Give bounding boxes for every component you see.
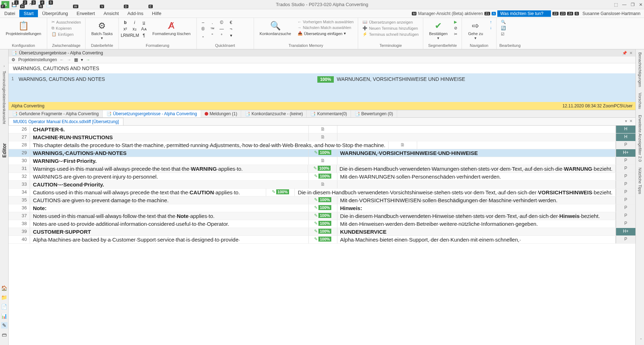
terminology-panel-tab[interactable]: Terminologiedatenbankansicht <box>2 68 6 127</box>
segment-source[interactable]: Notes·are·used·to·provide·additional·inf… <box>30 220 309 228</box>
nav-back-icon[interactable]: ← <box>60 57 64 62</box>
projects-icon[interactable]: 📁 <box>1 294 8 301</box>
segment-source[interactable]: Alpha·Machines·are·backed·by·a·Customer·… <box>30 236 309 243</box>
tm-settings-link[interactable]: Projekteinstellungen <box>18 57 57 62</box>
tm-icon-2[interactable]: ▾ <box>81 57 83 62</box>
segment-row[interactable]: 34Cautions·used·in·this·manual·will·alwa… <box>9 189 635 196</box>
segment-target[interactable]: Die·in·diesem·Handbuch·verwendeten·Vorsi… <box>295 189 616 196</box>
batch-tasks-button[interactable]: ⚙ Batch-Tasks ▾ <box>88 19 116 42</box>
nav-down-icon[interactable]: ↓ <box>488 25 493 30</box>
sub-tab[interactable]: Meldungen (1) <box>201 110 241 117</box>
smallcaps-button[interactable]: Aᴀ <box>140 26 147 32</box>
qat-item-5[interactable]: 📄5 <box>44 1 52 8</box>
right-panel-tab[interactable]: Vorschau <box>638 90 642 112</box>
paste-button[interactable]: 📋Einfügen <box>50 31 82 37</box>
select-button[interactable]: ☑ <box>499 31 521 37</box>
italic-button[interactable]: i <box>131 19 138 26</box>
segment-source[interactable]: WARNINGS,·CAUTIONS·AND·NOTES <box>30 149 309 157</box>
files-icon[interactable]: 📄 <box>1 303 8 310</box>
menu-start[interactable]: StartH <box>19 10 38 17</box>
segment-source[interactable]: Notes·used·in·this·manual·will·always·fo… <box>30 212 309 220</box>
segment-source[interactable]: CHAPTER·6. <box>30 126 309 133</box>
segment-row[interactable]: 39CUSTOMER·SUPPORT✎100%KUNDENSERVICEH+ <box>9 228 635 236</box>
menu-ansicht[interactable]: AnsichtV <box>99 10 123 17</box>
tm-match-row[interactable]: 1 WARNINGS, CAUTIONS AND NOTES 100% WARN… <box>9 73 635 102</box>
manager-view-link[interactable]: Manager-Ansicht (Beta) aktivieren <box>418 11 483 16</box>
home-icon[interactable]: 🏠 <box>1 285 8 291</box>
segment-source[interactable]: Warnings·used·in·this·manual·will·always… <box>30 165 308 172</box>
qat-save-icon[interactable]: 💾1 <box>10 1 18 8</box>
right-panel-tab[interactable]: Benachrichtigungen <box>638 49 642 90</box>
pin-icon[interactable]: ⬚ <box>614 2 618 7</box>
clear-formatting-button[interactable]: A̸ Formatierung löschen <box>150 19 193 37</box>
rlm-button[interactable]: RLM <box>131 32 138 39</box>
menu-hilfe[interactable]: HilfeE <box>148 10 166 17</box>
segment-source[interactable]: Cautions·used·in·this·manual·will·always… <box>30 189 266 196</box>
segment-row[interactable]: 35CAUTIONS·are·given·to·prevent·damage·t… <box>9 196 635 204</box>
menu-add-ins[interactable]: Add-InsD <box>123 10 148 17</box>
sub-tab[interactable]: 📑 Übersetzungsergebnisse - Alpha Convert… <box>103 110 201 117</box>
segment-source[interactable]: CUSTOMER·SUPPORT <box>30 228 309 235</box>
segment-source[interactable]: CAUTION·–·Second·Priority. <box>30 181 309 188</box>
minimize-icon[interactable]: — <box>622 2 626 7</box>
menu-erweitert[interactable]: ErweitertW <box>72 10 99 17</box>
lrm-button[interactable]: LRM <box>122 32 129 39</box>
segment-target[interactable] <box>337 157 616 165</box>
segment-source[interactable]: MACHINE·RUN·INSTRUCTIONS <box>30 133 309 141</box>
menu-überprüfung[interactable]: ÜberprüfungR <box>38 10 72 17</box>
close-icon[interactable]: ✕ <box>639 2 643 7</box>
copy-button[interactable]: ⧉Kopieren <box>50 25 82 31</box>
projekteinstellungen-button[interactable]: 📋 Projekteinstellungen <box>3 19 44 37</box>
segment-target[interactable]: Die·in·diesem·Handbuch·verwendeten·Hinwe… <box>337 212 616 220</box>
nav-up-icon[interactable]: ↑ <box>488 19 493 24</box>
reports-icon[interactable]: 📊 <box>1 313 8 319</box>
superscript-button[interactable]: x² <box>122 26 129 32</box>
tell-me-search[interactable]: Was möchten Sie tun? <box>497 10 551 17</box>
segment-row[interactable]: 37Notes·used·in·this·manual·will·always·… <box>9 212 635 220</box>
segment-target[interactable]: Mit·den·VORSICHTSHINWEISEN·sollen·Beschä… <box>337 196 616 204</box>
segment-row[interactable]: 27MACHINE·RUN·INSTRUCTIONS🗎H <box>9 133 635 141</box>
segment-row[interactable]: 30WARNING·-·First·Priority.🗎P <box>9 157 635 165</box>
expand-icon[interactable]: › <box>4 64 5 68</box>
prev-match-button[interactable]: ← Vorherigen Match auswählen <box>296 19 355 24</box>
konkordanzsuche-button[interactable]: 🔍 Konkordanzsuche <box>257 19 294 37</box>
subscript-button[interactable]: x₂ <box>131 26 138 32</box>
segment-row[interactable]: 31Warnings·used·in·this·manual·will·alwa… <box>9 165 635 173</box>
segment-target[interactable] <box>417 141 616 149</box>
segment-row[interactable]: 38Notes·are·used·to·provide·additional·i… <box>9 220 635 228</box>
segment-row[interactable]: 28This·chapter·details·the·procedure·to·… <box>9 141 635 149</box>
segment-source[interactable]: CAUTIONS·are·given·to·prevent·damage·to·… <box>30 196 309 204</box>
sub-tab[interactable]: 📑 Bewertungen (0) <box>351 110 397 117</box>
gehe-zu-button[interactable]: ⇨ Gehe zu ▾ <box>465 19 486 42</box>
maximize-icon[interactable]: ❐ <box>631 2 635 7</box>
insert-translation-button[interactable]: 📥 Übersetzung einfügen ▾ <box>296 31 355 36</box>
tm-icon[interactable]: 🗃 <box>1 331 8 338</box>
find-button[interactable]: 🔍 <box>499 19 521 25</box>
close-panel-icon[interactable]: ✕ <box>629 51 633 55</box>
next-match-button[interactable]: → Nächsten Match auswählen <box>296 25 355 30</box>
segment-target[interactable]: Die·in·diesem·Handbuch·verwendeten·Warnu… <box>337 165 616 172</box>
bestaetigen-button[interactable]: ✔ Bestätigen ▾ <box>426 19 450 42</box>
segment-target[interactable]: Mit·den·WARNUNGEN·sollen·Personenschäden… <box>337 173 616 180</box>
pin-icon[interactable]: 📌 <box>622 51 627 55</box>
collapse-ribbon-icon[interactable]: ˆ <box>640 338 642 344</box>
show-translations-button[interactable]: 📖 Übersetzungen anzeigen <box>361 19 420 25</box>
user-name[interactable]: Susanne Gansloser-Hartmann <box>580 11 643 16</box>
segment-target[interactable]: Mit·den·Hinweisen·werden·dem·Betreiber·w… <box>337 220 616 228</box>
document-tab[interactable]: MU001 Operator Manual EN.docx.sdlxliff [… <box>9 118 123 125</box>
segment-grid[interactable]: 26CHAPTER·6.🗎H27MACHINE·RUN·INSTRUCTIONS… <box>9 126 635 345</box>
segment-source[interactable]: WARNING·-·First·Priority. <box>30 157 309 165</box>
cut-button[interactable]: ✂Ausschneiden <box>50 19 82 25</box>
segment-target[interactable] <box>337 133 616 141</box>
tm-settings-icon[interactable]: ⚙ <box>11 57 15 62</box>
quick-add-term-button[interactable]: ⚡ Terminus schnell hinzufügen <box>361 31 420 37</box>
add-term-button[interactable]: ➕ Neuen Terminus hinzufügen <box>361 25 420 31</box>
segment-row[interactable]: 36Note:✎100%Hinweis:P <box>9 204 635 212</box>
segment-target[interactable] <box>337 181 616 188</box>
underline-button[interactable]: u <box>140 19 147 26</box>
segment-source[interactable]: Note: <box>30 204 309 212</box>
segment-row[interactable]: 40Alpha·Machines·are·backed·by·a·Custome… <box>9 236 635 244</box>
right-panel-tab[interactable]: Erweiterte Anzeigefilter 2.0 <box>638 112 642 165</box>
segment-row[interactable]: 26CHAPTER·6.🗎H <box>9 126 635 133</box>
tm-icon-3[interactable]: → <box>86 57 90 62</box>
